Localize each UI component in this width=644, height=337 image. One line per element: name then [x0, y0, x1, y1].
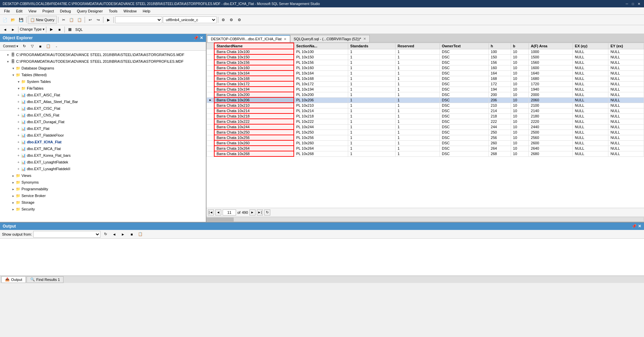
- tree-expander-14[interactable]: +: [16, 147, 21, 151]
- tree-item-13[interactable]: +📊dbo.EXT_ICHA_Flat: [0, 139, 206, 145]
- oe-stop-btn[interactable]: ■: [37, 43, 44, 50]
- table-row[interactable]: Barra Chata 10x156PL 10x15611DSC15610156…: [207, 60, 644, 65]
- table-row[interactable]: Barra Chata 10x214PL 10x21411DSC21410214…: [207, 108, 644, 113]
- tree-expander-5[interactable]: ▾: [16, 87, 21, 90]
- tree-expander-15[interactable]: +: [16, 154, 21, 157]
- stop-btn[interactable]: ■: [56, 26, 63, 33]
- menu-item-edit[interactable]: Edit: [13, 8, 25, 14]
- tree-expander-22[interactable]: ▸: [11, 201, 15, 204]
- table-row[interactable]: Barra Chata 10x150PL 10x15011DSC15010150…: [207, 54, 644, 60]
- table-row[interactable]: Barra Chata 10x210PL 10x21011DSC21010210…: [207, 103, 644, 108]
- oe-filter-btn[interactable]: ▽: [29, 43, 36, 50]
- table-row[interactable]: Barra Chata 10x260PL 10x26011DSC26010260…: [207, 140, 644, 146]
- tree-expander-7[interactable]: +: [16, 100, 21, 104]
- tree-expander-21[interactable]: ▸: [11, 194, 15, 198]
- tree-item-6[interactable]: +📊dbo.EXT_AISC_Flat: [0, 92, 206, 98]
- run-query-btn[interactable]: ▶: [48, 26, 55, 33]
- query-tab-1[interactable]: SQLQuery8.sql - (...C0BRVII\Tiago (52))*…: [290, 35, 370, 42]
- output-prev-btn[interactable]: ◄: [110, 231, 118, 238]
- tab-close-1[interactable]: ✕: [363, 37, 366, 41]
- output-next-btn[interactable]: ►: [119, 231, 127, 238]
- execute-btn[interactable]: ▶: [105, 16, 112, 23]
- copy-btn[interactable]: 📋: [68, 16, 75, 23]
- tree-item-5[interactable]: ▾📁FileTables: [0, 85, 206, 92]
- tree-item-0[interactable]: ▾🗄C:\PROGRAMDATA\AUTODESK\ADVANCE STEEL …: [0, 51, 206, 58]
- tree-item-19[interactable]: ▸📁Synonyms: [0, 179, 206, 186]
- tree-expander-19[interactable]: ▸: [11, 181, 15, 184]
- nav-next-btn[interactable]: ►: [249, 209, 256, 215]
- oe-close-icon[interactable]: ✕: [200, 36, 203, 40]
- table-row[interactable]: Barra Chata 10x268PL 10x26811DSC26810268…: [207, 151, 644, 156]
- grid-view-btn[interactable]: ▦: [66, 26, 74, 33]
- menu-item-window[interactable]: Window: [121, 8, 139, 14]
- tree-item-17[interactable]: +📊dbo.EXT_LysaghtFlatdekII: [0, 165, 206, 172]
- nav-fwd-btn[interactable]: ►: [9, 26, 17, 33]
- tools-btn-2[interactable]: ⚙: [228, 16, 235, 23]
- tree-item-3[interactable]: ▾📁Tables (filtered): [0, 71, 206, 78]
- output-copy-btn[interactable]: 📋: [137, 231, 144, 238]
- menu-item-file[interactable]: File: [1, 8, 13, 14]
- table-row[interactable]: Barra Chata 10x100PL 10x10011DSC10010100…: [207, 49, 644, 54]
- table-row[interactable]: ►Barra Chata 10x206PL 10x20611DSC2061020…: [207, 97, 644, 103]
- minimize-button[interactable]: ─: [625, 1, 629, 6]
- tree-item-22[interactable]: ▸📁Storage: [0, 199, 206, 206]
- save-btn[interactable]: 💾: [17, 16, 25, 23]
- tree-item-4[interactable]: ▾📁System Tables: [0, 78, 206, 85]
- tree-item-8[interactable]: +📊dbo.EXT_CISC_Flat: [0, 105, 206, 112]
- menu-item-view[interactable]: View: [26, 8, 39, 14]
- table-row[interactable]: Barra Chata 10x244PL 10x24411DSC24410244…: [207, 124, 644, 130]
- tree-item-2[interactable]: ▾📁Database Diagrams: [0, 65, 206, 71]
- oe-collapse-btn[interactable]: -: [53, 43, 60, 50]
- output-close-icon[interactable]: ✕: [638, 224, 641, 229]
- nav-prev-btn[interactable]: ◄: [215, 209, 221, 215]
- output-pin-icon[interactable]: 📌: [632, 224, 637, 229]
- tree-expander-13[interactable]: +: [16, 140, 21, 144]
- tree-item-14[interactable]: +📊dbo.EXT_IMCA_Flat: [0, 145, 206, 152]
- table-row[interactable]: Barra Chata 10x200PL 10x20011DSC20010200…: [207, 92, 644, 97]
- tree-item-7[interactable]: +📊dbo.EXT_Atlas_Steel_Flat_Bar: [0, 98, 206, 105]
- tree-item-20[interactable]: ▸📁Programmability: [0, 186, 206, 192]
- oe-props-btn[interactable]: 📋: [45, 43, 52, 50]
- table-row[interactable]: Barra Chata 10x172PL 10x17211DSC17210172…: [207, 81, 644, 87]
- results-area[interactable]: StandardNameSectionNa...StandardsReserve…: [206, 43, 644, 208]
- tree-expander-10[interactable]: +: [16, 120, 21, 124]
- menu-item-query-designer[interactable]: Query Designer: [74, 8, 105, 14]
- tree-expander-8[interactable]: +: [16, 107, 21, 110]
- table-row[interactable]: Barra Chata 10x250PL 10x25011DSC25010250…: [207, 130, 644, 135]
- cut-btn[interactable]: ✂: [60, 16, 67, 23]
- restore-button[interactable]: □: [631, 1, 635, 6]
- tree-expander-11[interactable]: +: [16, 127, 21, 131]
- table-row[interactable]: Barra Chata 10x194PL 10x19411DSC19410194…: [207, 87, 644, 92]
- current-row-input[interactable]: [223, 209, 236, 215]
- tree-expander-12[interactable]: +: [16, 134, 21, 137]
- query-tab-0[interactable]: DESKTOP-C0BRVII\...dbo.EXT_ICHA_Flat✕: [207, 35, 290, 42]
- nav-back-btn[interactable]: ◄: [1, 26, 9, 33]
- tree-expander-2[interactable]: ▾: [11, 66, 15, 70]
- tree-item-1[interactable]: ▾🗄C:\PROGRAMDATA\AUTODESK\ADVANCE STEEL …: [0, 58, 206, 65]
- table-row[interactable]: Barra Chata 10x256PL 10x25611DSC25610256…: [207, 135, 644, 140]
- table-row[interactable]: Barra Chata 10x218PL 10x21811DSC21810218…: [207, 113, 644, 119]
- paste-btn[interactable]: 📋: [76, 16, 83, 23]
- table-row[interactable]: Barra Chata 10x264PL 10x26411DSC26410264…: [207, 146, 644, 151]
- new-file-btn[interactable]: 📄: [1, 16, 9, 23]
- tree-item-9[interactable]: +📊dbo.EXT_CNS_Flat: [0, 112, 206, 118]
- tree-item-18[interactable]: ▸📁Views: [0, 172, 206, 179]
- sql-view-btn[interactable]: SQL: [74, 26, 84, 33]
- tree-expander-0[interactable]: ▾: [5, 53, 10, 57]
- table-row[interactable]: Barra Chata 10x168PL 10x16811DSC16810168…: [207, 76, 644, 81]
- tree-expander-1[interactable]: ▾: [5, 60, 10, 63]
- table-row[interactable]: Barra Chata 10x160PL 10x16011DSC16010160…: [207, 65, 644, 70]
- tree-expander-6[interactable]: +: [16, 93, 21, 97]
- tools-btn-1[interactable]: ⚙: [220, 16, 227, 23]
- tools-btn-3[interactable]: ⚙: [236, 16, 243, 23]
- tree-item-21[interactable]: ▸📁Service Broker: [0, 192, 206, 199]
- output-source-combo[interactable]: [33, 231, 100, 238]
- redo-btn[interactable]: ↪: [94, 16, 102, 23]
- new-query-button[interactable]: 📋 New Query: [28, 16, 57, 24]
- undo-btn[interactable]: ↩: [86, 16, 94, 23]
- tree-item-15[interactable]: +📊dbo.EXT_Korea_Flat_bars: [0, 152, 206, 159]
- tree-expander-9[interactable]: +: [16, 113, 21, 117]
- horizontal-scroll[interactable]: [206, 216, 644, 222]
- table-row[interactable]: Barra Chata 10x222PL 10x22211DSC22210222…: [207, 119, 644, 124]
- tree-item-10[interactable]: +📊dbo.EXT_Duragal_Flat: [0, 118, 206, 125]
